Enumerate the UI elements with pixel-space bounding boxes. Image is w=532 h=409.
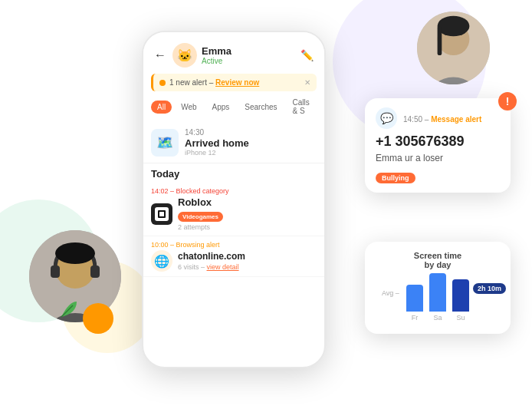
review-now-link[interactable]: Review now bbox=[215, 78, 259, 87]
view-detail-link[interactable]: view detail bbox=[207, 263, 239, 271]
orange-circle-decoration bbox=[83, 303, 113, 334]
chat-bubble-icon: 💬 bbox=[376, 107, 397, 129]
chart-wrapper: Avg – 2h 10m Fr Sa Su bbox=[376, 275, 500, 322]
bar-label-sa: Sa bbox=[433, 314, 442, 322]
user-name: Emma bbox=[202, 45, 300, 58]
location-time: 14:30 bbox=[185, 128, 249, 137]
edit-icon[interactable]: ✏️ bbox=[300, 49, 314, 61]
warning-badge: ! bbox=[498, 92, 517, 110]
svg-rect-8 bbox=[51, 266, 60, 278]
person-photo-right bbox=[417, 12, 490, 84]
activity-row-chatonline: 🌐 chatonline.com 6 visits – view detail bbox=[151, 250, 317, 272]
message-alert-card: ! 💬 14:50 – Message alert +1 305676389 E… bbox=[365, 98, 511, 193]
phone-mockup: ← 🐱 Emma Active ✏️ 1 new alert – Review … bbox=[142, 31, 326, 368]
activity-time-blocked: 14:02 – Blocked category bbox=[151, 187, 317, 195]
alert-dot-icon bbox=[159, 80, 166, 86]
chart-col-sa: Sa bbox=[429, 273, 446, 322]
tab-web[interactable]: Web bbox=[175, 101, 202, 114]
filter-tabs: All Web Apps Searches Calls & S bbox=[143, 96, 324, 122]
attempts-text: 2 attempts bbox=[178, 223, 223, 231]
message-content: Emma ur a loser bbox=[376, 153, 500, 163]
activity-chatonline: 10:00 – Browsing alert 🌐 chatonline.com … bbox=[143, 236, 324, 277]
phone-header: ← 🐱 Emma Active ✏️ bbox=[143, 32, 324, 74]
roblox-details: Roblox Videogames 2 attempts bbox=[178, 196, 223, 231]
alert-text: 1 new alert – Review now bbox=[169, 78, 304, 87]
message-time: 14:50 – Message alert bbox=[403, 111, 481, 125]
message-phone-number: +1 305676389 bbox=[376, 134, 500, 150]
tab-apps[interactable]: Apps bbox=[206, 101, 236, 114]
bar-chart: Avg – 2h 10m Fr Sa Su bbox=[376, 275, 500, 322]
bar-sa bbox=[429, 273, 446, 312]
alert-bar[interactable]: 1 new alert – Review now ✕ bbox=[151, 74, 317, 91]
green-leaf-decoration bbox=[57, 298, 80, 321]
tab-calls[interactable]: Calls & S bbox=[287, 96, 317, 117]
avatar: 🐱 bbox=[172, 43, 197, 68]
tab-searches[interactable]: Searches bbox=[238, 101, 283, 114]
videogames-tag: Videogames bbox=[178, 212, 223, 222]
tab-all[interactable]: All bbox=[151, 101, 172, 114]
user-status: Active bbox=[202, 57, 300, 65]
site-name: chatonline.com bbox=[178, 251, 245, 262]
close-icon[interactable]: ✕ bbox=[304, 78, 310, 87]
globe-icon: 🌐 bbox=[151, 250, 172, 272]
location-details: 14:30 Arrived home iPhone 12 bbox=[185, 128, 249, 157]
roblox-icon bbox=[151, 203, 172, 225]
svg-point-3 bbox=[438, 16, 470, 37]
location-entry: 🗺️ 14:30 Arrived home iPhone 12 bbox=[143, 122, 324, 163]
bar-fr bbox=[406, 285, 423, 312]
svg-rect-4 bbox=[438, 26, 442, 55]
chart-col-fr: Fr bbox=[406, 285, 423, 322]
user-info: Emma Active bbox=[202, 45, 300, 66]
map-icon: 🗺️ bbox=[151, 129, 179, 157]
bar-su bbox=[452, 279, 469, 312]
avg-time-badge: 2h 10m bbox=[473, 283, 506, 294]
screen-time-card: Screen timeby day Avg – 2h 10m Fr Sa Su bbox=[365, 242, 511, 334]
message-card-header: 💬 14:50 – Message alert bbox=[376, 107, 500, 129]
activity-row-roblox: Roblox Videogames 2 attempts bbox=[151, 196, 317, 231]
svg-rect-13 bbox=[159, 212, 164, 216]
roblox-name: Roblox bbox=[178, 196, 223, 208]
screen-time-title: Screen timeby day bbox=[376, 251, 500, 269]
chart-col-su: Su bbox=[452, 279, 469, 322]
activity-roblox: 14:02 – Blocked category Roblox Videogam… bbox=[143, 183, 324, 236]
avg-label: Avg – bbox=[382, 289, 399, 297]
chatonline-details: chatonline.com 6 visits – view detail bbox=[178, 251, 245, 271]
location-device: iPhone 12 bbox=[185, 149, 249, 157]
bar-label-fr: Fr bbox=[412, 314, 419, 322]
back-button[interactable]: ← bbox=[154, 48, 166, 62]
svg-point-10 bbox=[55, 242, 95, 264]
today-section-label: Today bbox=[143, 163, 324, 183]
activity-time-browsing: 10:00 – Browsing alert bbox=[151, 241, 317, 249]
location-title: Arrived home bbox=[185, 137, 249, 149]
site-visits: 6 visits – view detail bbox=[178, 263, 245, 271]
bar-label-su: Su bbox=[456, 314, 465, 322]
bullying-tag: Bullying bbox=[376, 173, 415, 183]
svg-rect-9 bbox=[90, 266, 100, 278]
